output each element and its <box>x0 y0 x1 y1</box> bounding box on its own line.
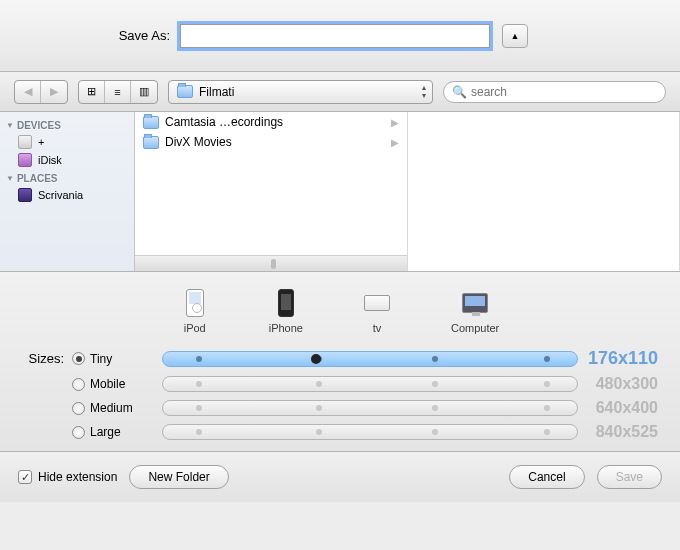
list-icon: ≡ <box>114 86 120 98</box>
sidebar: DEVICES + iDisk PLACES Scrivania <box>0 112 135 271</box>
list-item-label: DivX Movies <box>165 135 232 149</box>
new-folder-button[interactable]: New Folder <box>129 465 228 489</box>
nav-segmented: ◀ ▶ <box>14 80 68 104</box>
slider-medium[interactable] <box>162 400 578 416</box>
button-label: Save <box>616 470 643 484</box>
file-browser: DEVICES + iDisk PLACES Scrivania Camtasi… <box>0 112 680 272</box>
idisk-icon <box>18 153 32 167</box>
button-label: Cancel <box>528 470 565 484</box>
grid-icon: ⊞ <box>87 85 96 98</box>
device-label: Computer <box>451 322 499 334</box>
radio-tiny[interactable]: Tiny <box>72 352 162 366</box>
hide-extension-checkbox[interactable]: ✓ Hide extension <box>18 470 117 484</box>
dimensions-mobile: 480x300 <box>578 375 658 393</box>
dimensions-tiny: 176x110 <box>578 348 658 369</box>
ipod-icon <box>186 289 204 317</box>
triangle-left-icon: ◀ <box>24 85 32 98</box>
updown-arrows-icon: ▴▾ <box>422 84 426 100</box>
column-2 <box>408 112 681 271</box>
columns-icon: ▥ <box>139 85 149 98</box>
device-row: iPod iPhone tv Computer <box>22 288 658 334</box>
radio-dot-icon <box>72 402 85 415</box>
search-icon: 🔍 <box>452 85 467 99</box>
cancel-button[interactable]: Cancel <box>509 465 584 489</box>
checkbox-icon: ✓ <box>18 470 32 484</box>
radio-dot-icon <box>72 378 85 391</box>
column-1: Camtasia …ecordings ▶ DivX Movies ▶ <box>135 112 408 271</box>
slider-tiny[interactable] <box>162 351 578 367</box>
appletv-icon <box>364 295 390 311</box>
sizes-grid: Sizes: Tiny 176x110 Mobile 480x300 Mediu… <box>22 348 658 441</box>
export-options: iPod iPhone tv Computer Sizes: Tiny 176x… <box>0 272 680 452</box>
list-item-label: Camtasia …ecordings <box>165 115 283 129</box>
sizes-label: Sizes: <box>22 351 72 366</box>
device-label: iPod <box>184 322 206 334</box>
dimensions-medium: 640x400 <box>578 399 658 417</box>
radio-large[interactable]: Large <box>72 425 162 439</box>
sidebar-item-idisk[interactable]: iDisk <box>0 151 134 169</box>
drive-icon <box>18 135 32 149</box>
device-ipod: iPod <box>181 288 209 334</box>
folder-icon <box>143 116 159 129</box>
folder-icon <box>143 136 159 149</box>
radio-label: Large <box>90 425 121 439</box>
radio-medium[interactable]: Medium <box>72 401 162 415</box>
icon-view-button[interactable]: ⊞ <box>79 81 105 103</box>
slider-mobile[interactable] <box>162 376 578 392</box>
radio-dot-icon <box>72 426 85 439</box>
iphone-icon <box>278 289 294 317</box>
desktop-icon <box>18 188 32 202</box>
sidebar-heading-places[interactable]: PLACES <box>0 169 134 186</box>
triangle-up-icon: ▲ <box>511 31 520 41</box>
chevron-right-icon: ▶ <box>391 117 399 128</box>
slider-knob[interactable] <box>311 354 321 364</box>
slider-large[interactable] <box>162 424 578 440</box>
saveas-bar: Save As: ▲ <box>0 0 680 72</box>
sidebar-item-scrivania[interactable]: Scrivania <box>0 186 134 204</box>
device-label: tv <box>373 322 382 334</box>
computer-icon <box>462 293 488 313</box>
chevron-right-icon: ▶ <box>391 137 399 148</box>
bottom-bar: ✓ Hide extension New Folder Cancel Save <box>0 452 680 502</box>
dimensions-large: 840x525 <box>578 423 658 441</box>
collapse-toggle-button[interactable]: ▲ <box>502 24 528 48</box>
radio-label: Mobile <box>90 377 125 391</box>
folder-icon <box>177 85 193 98</box>
device-computer: Computer <box>451 288 499 334</box>
device-appletv: tv <box>363 288 391 334</box>
search-input[interactable] <box>471 85 657 99</box>
button-label: New Folder <box>148 470 209 484</box>
device-iphone: iPhone <box>269 288 303 334</box>
radio-label: Tiny <box>90 352 112 366</box>
sidebar-item-drive[interactable]: + <box>0 133 134 151</box>
saveas-label: Save As: <box>0 28 180 43</box>
radio-dot-icon <box>72 352 85 365</box>
sidebar-heading-devices[interactable]: DEVICES <box>0 116 134 133</box>
radio-mobile[interactable]: Mobile <box>72 377 162 391</box>
triangle-right-icon: ▶ <box>50 85 58 98</box>
saveas-input[interactable] <box>180 24 490 48</box>
view-segmented: ⊞ ≡ ▥ <box>78 80 158 104</box>
sidebar-item-label: iDisk <box>38 154 62 166</box>
list-item[interactable]: DivX Movies ▶ <box>135 132 407 152</box>
search-field[interactable]: 🔍 <box>443 81 666 103</box>
scrollbar-thumb[interactable] <box>271 259 276 269</box>
list-item[interactable]: Camtasia …ecordings ▶ <box>135 112 407 132</box>
path-label: Filmati <box>199 85 234 99</box>
sidebar-item-label: Scrivania <box>38 189 83 201</box>
column-scrollbar[interactable] <box>135 255 407 271</box>
device-label: iPhone <box>269 322 303 334</box>
browser-toolbar: ◀ ▶ ⊞ ≡ ▥ Filmati ▴▾ 🔍 <box>0 72 680 112</box>
checkbox-label: Hide extension <box>38 470 117 484</box>
list-view-button[interactable]: ≡ <box>105 81 131 103</box>
column-view-button[interactable]: ▥ <box>131 81 157 103</box>
radio-label: Medium <box>90 401 133 415</box>
back-button[interactable]: ◀ <box>15 81 41 103</box>
save-button[interactable]: Save <box>597 465 662 489</box>
sidebar-item-label: + <box>38 136 44 148</box>
forward-button[interactable]: ▶ <box>41 81 67 103</box>
path-popup[interactable]: Filmati ▴▾ <box>168 80 433 104</box>
